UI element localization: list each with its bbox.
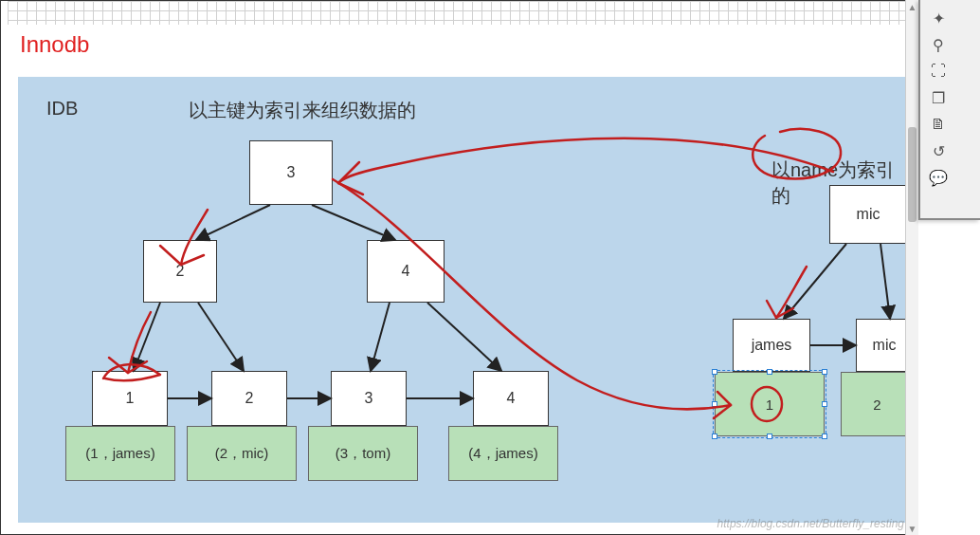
- svg-line-3: [198, 303, 244, 371]
- leaf-label: (4，james): [468, 445, 537, 463]
- page-icon[interactable]: 🗎: [926, 112, 951, 137]
- node-root-right[interactable]: mic: [829, 185, 907, 244]
- node-label: james: [752, 337, 792, 354]
- node-label: 3: [287, 164, 296, 181]
- rotate-icon[interactable]: ↺: [926, 138, 951, 163]
- node-label: mic: [857, 206, 880, 223]
- svg-line-9: [784, 244, 846, 319]
- watermark: https://blog.csdn.net/Butterfly_resting: [717, 517, 904, 530]
- idb-panel: IDB 以主键为索引来组织数据的 以name为索引的 3 2 4 1 2 3 4…: [18, 77, 914, 523]
- scroll-down[interactable]: ▼: [906, 522, 918, 535]
- svg-line-1: [312, 205, 395, 240]
- svg-line-10: [880, 244, 890, 319]
- node-label: 4: [507, 390, 516, 407]
- subtitle-primary-index: 以主键为索引来组织数据的: [189, 98, 416, 123]
- leaf-white-4[interactable]: 4: [473, 371, 549, 426]
- leaf-label: 2: [873, 397, 880, 413]
- scroll-up[interactable]: ▲: [906, 0, 918, 13]
- leaf-label: (2，mic): [215, 445, 269, 463]
- leaf-white-3[interactable]: 3: [331, 371, 407, 426]
- compass-icon[interactable]: ✦: [926, 6, 951, 30]
- leaf-white-1[interactable]: 1: [92, 371, 168, 426]
- idb-label: IDB: [46, 98, 78, 120]
- leaf-green-4[interactable]: (4，james): [448, 426, 558, 481]
- node-label: 4: [402, 263, 410, 280]
- node-label: 3: [365, 390, 373, 407]
- node-label: 1: [126, 390, 135, 407]
- scroll-thumb[interactable]: [908, 127, 916, 222]
- right-toolbar: ✦ ⚲ ⛶ ❐ 🗎 ↺ 💬: [918, 0, 980, 220]
- leaf-green-1[interactable]: (1，james): [65, 426, 175, 481]
- svg-line-5: [427, 303, 501, 371]
- canvas: Innodb IDB 以主键为索引来组织数据的 以name为索引的 3 2 4 …: [0, 0, 915, 535]
- comment-icon[interactable]: 💬: [926, 165, 951, 190]
- leaf-label: 1: [766, 397, 773, 413]
- node-l2-a[interactable]: 2: [143, 240, 217, 303]
- scroll-track[interactable]: [906, 13, 918, 522]
- leaf-label: (1，james): [85, 445, 154, 463]
- node-label: 2: [176, 263, 185, 280]
- svg-line-2: [134, 303, 160, 371]
- layers-icon[interactable]: ❐: [926, 85, 951, 110]
- leaf-white-2[interactable]: 2: [211, 371, 287, 426]
- magnify-icon[interactable]: ⚲: [926, 32, 951, 57]
- scrollbar-vertical[interactable]: ▲ ▼: [905, 0, 918, 535]
- grid-background: [8, 1, 914, 25]
- fit-icon[interactable]: ⛶: [926, 59, 951, 83]
- svg-line-4: [371, 303, 390, 371]
- node-label: 2: [245, 390, 254, 407]
- node-l2-b[interactable]: 4: [367, 240, 445, 303]
- leaf-label: (3，tom): [336, 445, 390, 463]
- node-label: mic: [873, 337, 897, 354]
- right-leaf-green-1[interactable]: 1: [715, 372, 825, 436]
- right-leaf-white-1[interactable]: james: [733, 319, 810, 372]
- leaf-green-2[interactable]: (2，mic): [187, 426, 297, 481]
- leaf-green-3[interactable]: (3，tom): [308, 426, 418, 481]
- node-root-left[interactable]: 3: [249, 140, 333, 205]
- right-leaf-white-2[interactable]: mic: [856, 319, 913, 372]
- svg-line-0: [196, 205, 270, 240]
- title: Innodb: [20, 31, 89, 58]
- right-leaf-green-2[interactable]: 2: [841, 372, 914, 436]
